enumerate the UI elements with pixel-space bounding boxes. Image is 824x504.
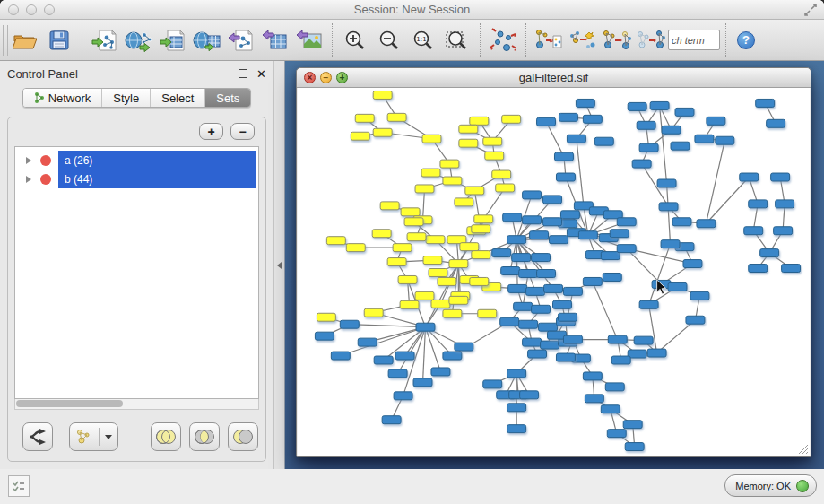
graph-node[interactable]: [373, 91, 392, 99]
graph-node[interactable]: [346, 244, 365, 252]
graph-node[interactable]: [416, 323, 435, 331]
graph-node[interactable]: [502, 115, 521, 123]
select-first-neighbors-button[interactable]: [600, 23, 634, 57]
graph-node[interactable]: [431, 368, 450, 376]
graph-node[interactable]: [472, 225, 490, 233]
graph-node[interactable]: [438, 277, 456, 285]
graph-node[interactable]: [394, 392, 412, 400]
fullscreen-icon[interactable]: [804, 4, 817, 16]
task-history-button[interactable]: [8, 475, 30, 497]
graph-node[interactable]: [661, 240, 680, 248]
graph-node[interactable]: [400, 300, 419, 308]
graph-node[interactable]: [585, 395, 603, 403]
graph-node[interactable]: [671, 142, 690, 150]
graph-node[interactable]: [749, 265, 768, 273]
graph-node[interactable]: [401, 208, 420, 216]
graph-node[interactable]: [583, 372, 602, 380]
export-table-button[interactable]: [258, 23, 292, 57]
export-image-button[interactable]: [292, 23, 326, 57]
graph-node[interactable]: [472, 251, 490, 259]
graph-node[interactable]: [639, 300, 658, 308]
graph-node[interactable]: [507, 369, 526, 378]
graph-node[interactable]: [605, 383, 624, 391]
graph-node[interactable]: [485, 152, 504, 160]
scrollbar-thumb[interactable]: [16, 400, 123, 407]
save-session-button[interactable]: [42, 23, 76, 57]
graph-node[interactable]: [470, 277, 489, 285]
graph-node[interactable]: [611, 356, 630, 364]
network-graph[interactable]: [298, 88, 810, 456]
graph-node[interactable]: [675, 108, 694, 116]
graph-node[interactable]: [395, 352, 414, 360]
import-network-url-button[interactable]: [122, 23, 156, 57]
graph-node[interactable]: [429, 269, 447, 277]
graph-node[interactable]: [478, 309, 497, 317]
graph-node[interactable]: [398, 275, 417, 283]
graph-node[interactable]: [393, 244, 412, 252]
graph-node[interactable]: [544, 284, 563, 292]
graph-node[interactable]: [443, 352, 462, 360]
graph-node[interactable]: [550, 236, 568, 244]
graph-node[interactable]: [668, 282, 687, 291]
graph-node[interactable]: [431, 300, 450, 308]
network-canvas[interactable]: [298, 88, 810, 456]
graph-node[interactable]: [449, 260, 468, 268]
open-session-button[interactable]: [8, 23, 42, 57]
graph-node[interactable]: [628, 102, 646, 110]
graph-node[interactable]: [625, 443, 644, 451]
graph-node[interactable]: [697, 220, 716, 228]
graph-node[interactable]: [601, 252, 620, 260]
graph-node[interactable]: [532, 305, 551, 313]
resize-grip-icon[interactable]: [796, 442, 809, 455]
graph-node[interactable]: [358, 338, 377, 346]
graph-node[interactable]: [543, 218, 562, 226]
graph-node[interactable]: [460, 243, 479, 251]
graph-node[interactable]: [662, 126, 681, 134]
graph-node[interactable]: [647, 349, 666, 357]
graph-node[interactable]: [422, 135, 441, 143]
graph-node[interactable]: [686, 316, 705, 324]
graph-node[interactable]: [474, 215, 493, 223]
import-table-file-button[interactable]: [156, 23, 190, 57]
memory-status-button[interactable]: Memory: OK: [724, 474, 817, 497]
graph-node[interactable]: [526, 287, 545, 295]
graph-node[interactable]: [634, 336, 653, 344]
graph-node[interactable]: [530, 231, 549, 239]
graph-node[interactable]: [415, 291, 434, 300]
graph-node[interactable]: [423, 256, 442, 265]
graph-node[interactable]: [583, 115, 602, 123]
graph-node[interactable]: [744, 227, 763, 235]
graph-node[interactable]: [455, 198, 473, 206]
graph-node[interactable]: [326, 237, 345, 245]
graph-node[interactable]: [459, 125, 478, 133]
graph-node[interactable]: [415, 185, 434, 193]
graph-node[interactable]: [617, 218, 636, 226]
graph-node[interactable]: [617, 245, 636, 253]
intersection-button[interactable]: [189, 422, 220, 451]
hide-selection-button[interactable]: [566, 23, 600, 57]
graph-node[interactable]: [657, 179, 676, 187]
graph-node[interactable]: [782, 265, 801, 273]
graph-node[interactable]: [543, 196, 562, 204]
disclosure-triangle-icon[interactable]: [26, 176, 31, 183]
graph-node[interactable]: [496, 184, 515, 192]
graph-node[interactable]: [756, 99, 775, 107]
graph-node[interactable]: [387, 258, 406, 266]
graph-node[interactable]: [537, 117, 556, 126]
panel-splitter[interactable]: [273, 61, 285, 469]
graph-node[interactable]: [523, 191, 542, 199]
graph-node[interactable]: [340, 320, 359, 328]
horizontal-scrollbar[interactable]: [14, 399, 259, 410]
graph-node[interactable]: [523, 338, 542, 346]
graph-node[interactable]: [583, 277, 602, 285]
dropdown-arrow-icon[interactable]: [105, 435, 112, 439]
union-button[interactable]: [151, 422, 181, 451]
graph-node[interactable]: [539, 323, 558, 331]
graph-node[interactable]: [528, 350, 547, 358]
graph-node[interactable]: [659, 203, 678, 211]
zoom-fit-selected-button[interactable]: [440, 23, 474, 57]
graph-node[interactable]: [520, 391, 539, 399]
graph-node[interactable]: [650, 101, 669, 109]
create-set-from-network-button[interactable]: [69, 422, 118, 451]
graph-node[interactable]: [507, 425, 526, 433]
